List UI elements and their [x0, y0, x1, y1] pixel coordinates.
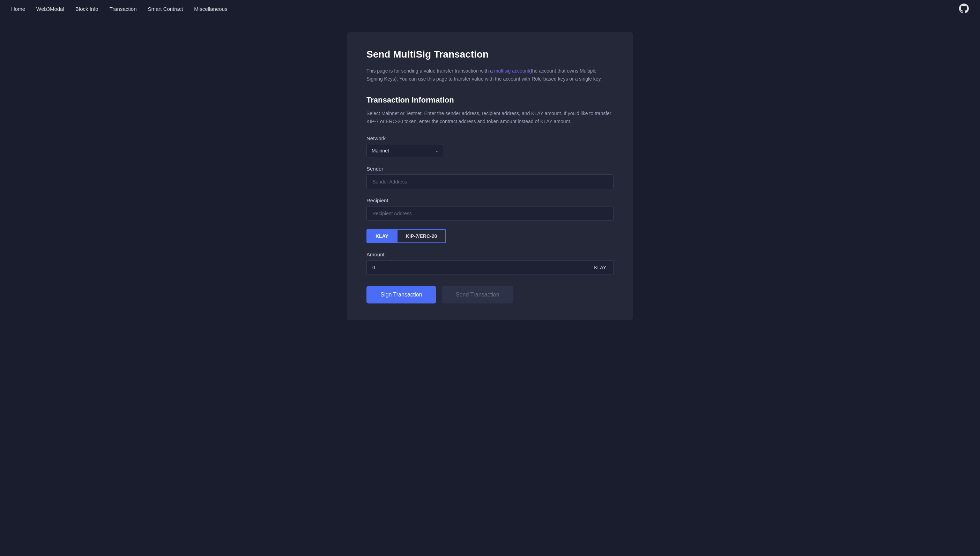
- recipient-label: Recipient: [366, 197, 614, 204]
- github-link[interactable]: [959, 3, 969, 15]
- card: Send MultiSig Transaction This page is f…: [347, 32, 633, 320]
- nav-transaction[interactable]: Transaction: [110, 6, 137, 12]
- nav-web3modal[interactable]: Web3Modal: [36, 6, 64, 12]
- amount-field-group: Amount KLAY: [366, 252, 614, 275]
- network-select-wrapper: Mainnet Testnet ⌄: [366, 144, 443, 157]
- nav-block-info[interactable]: Block Info: [75, 6, 99, 12]
- klay-toggle-button[interactable]: KLAY: [366, 229, 397, 243]
- sender-input[interactable]: [366, 175, 614, 189]
- token-toggle: KLAY KIP-7/ERC-20: [366, 229, 614, 243]
- action-buttons: Sign Transaction Send Transaction: [366, 286, 614, 304]
- navbar: Home Web3Modal Block Info Transaction Sm…: [0, 0, 980, 18]
- multisig-link[interactable]: multisig account: [494, 68, 529, 74]
- page-description: This page is for sending a value transfe…: [366, 67, 614, 83]
- kip7-toggle-button[interactable]: KIP-7/ERC-20: [397, 229, 446, 243]
- github-icon: [959, 3, 969, 13]
- sender-label: Sender: [366, 166, 614, 171]
- main-wrapper: Send MultiSig Transaction This page is f…: [0, 18, 980, 341]
- nav-home[interactable]: Home: [11, 6, 25, 12]
- network-label: Network: [366, 135, 614, 141]
- nav-links: Home Web3Modal Block Info Transaction Sm…: [11, 6, 227, 12]
- recipient-field-group: Recipient: [366, 197, 614, 221]
- nav-miscellaneous[interactable]: Miscellaneous: [194, 6, 227, 12]
- network-select[interactable]: Mainnet Testnet: [366, 144, 443, 157]
- section-description: Select Mainnet or Testnet. Enter the sen…: [366, 110, 614, 126]
- network-field-group: Network Mainnet Testnet ⌄: [366, 135, 614, 157]
- sign-transaction-button[interactable]: Sign Transaction: [366, 286, 436, 304]
- nav-smart-contract[interactable]: Smart Contract: [147, 6, 183, 12]
- amount-input[interactable]: [366, 260, 587, 275]
- amount-label: Amount: [366, 252, 614, 257]
- page-title: Send MultiSig Transaction: [366, 49, 614, 60]
- desc-before-link: This page is for sending a value transfe…: [366, 68, 494, 74]
- amount-row: KLAY: [366, 260, 614, 275]
- recipient-input[interactable]: [366, 206, 614, 221]
- send-transaction-button[interactable]: Send Transaction: [442, 286, 513, 304]
- amount-unit: KLAY: [587, 260, 614, 275]
- section-title: Transaction Information: [366, 95, 614, 105]
- sender-field-group: Sender: [366, 166, 614, 189]
